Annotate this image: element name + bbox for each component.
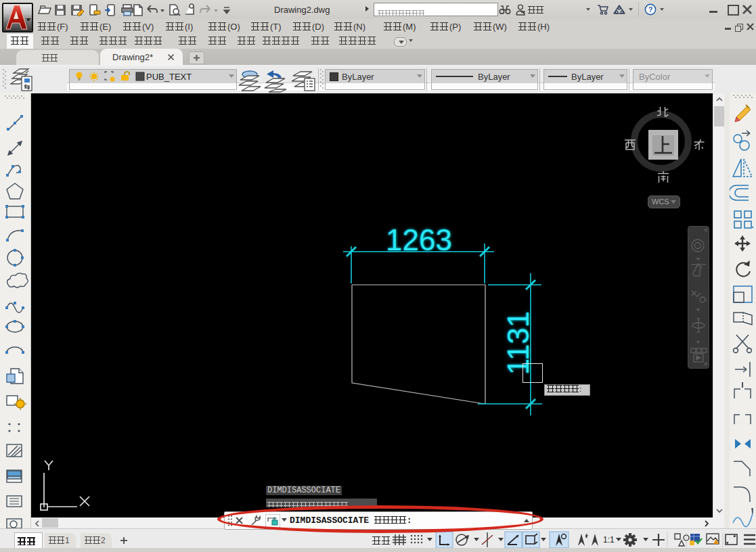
svg-text:1:1: 1:1 <box>603 535 615 545</box>
svg-text:?: ? <box>648 5 653 14</box>
